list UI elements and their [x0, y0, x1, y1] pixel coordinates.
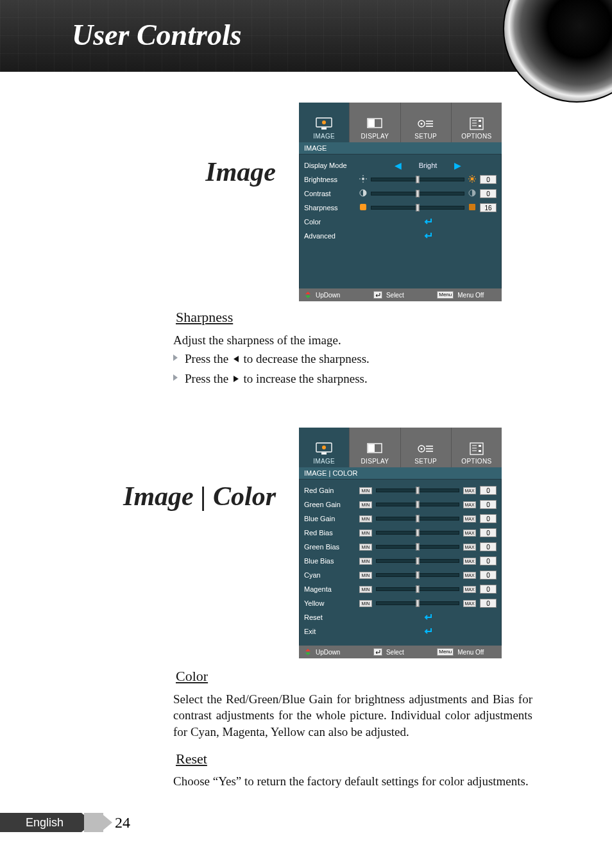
- osd-row-reset[interactable]: Reset: [304, 610, 497, 624]
- osd-footer-menuoff: Menu Off: [457, 292, 484, 299]
- svg-rect-4: [368, 119, 375, 127]
- osd-tab-label: OPTIONS: [461, 458, 491, 465]
- osd-tab-image[interactable]: IMAGE: [299, 103, 349, 142]
- max-label: MAX: [463, 544, 476, 551]
- setup-icon: [417, 117, 435, 131]
- arrow-right-icon[interactable]: ▶: [454, 160, 461, 171]
- svg-point-21: [471, 178, 474, 181]
- osd-breadcrumb: IMAGE: [299, 142, 502, 154]
- osd-tab-setup[interactable]: SETUP: [400, 103, 451, 142]
- osd-row-color-adjust[interactable]: YellowMINMAX0: [304, 596, 497, 610]
- osd-item-label: Display Mode: [304, 162, 355, 169]
- reset-desc: Choose “Yes” to return the factory defau…: [173, 773, 532, 790]
- slider[interactable]: [371, 190, 464, 197]
- osd-item-value: 0: [480, 585, 497, 594]
- osd-footer-updown: UpDown: [316, 649, 340, 656]
- osd-item-label: Exit: [304, 628, 355, 635]
- svg-point-1: [322, 121, 326, 124]
- osd-item-value: 0: [480, 528, 497, 537]
- svg-line-28: [474, 176, 475, 178]
- min-label: MIN: [359, 501, 372, 508]
- slider[interactable]: [376, 501, 459, 508]
- arrow-left-icon[interactable]: ◀: [395, 160, 402, 171]
- max-label: MAX: [463, 530, 476, 537]
- osd-item-label: Yellow: [304, 599, 355, 607]
- osd-tab-setup[interactable]: SETUP: [400, 428, 451, 467]
- max-label: MAX: [463, 515, 476, 522]
- max-label: MAX: [463, 572, 476, 579]
- contrast-max-icon: [468, 189, 476, 198]
- slider[interactable]: [376, 558, 459, 564]
- osd-footer-select: Select: [386, 292, 404, 299]
- svg-rect-45: [470, 443, 483, 455]
- osd-tab-label: SETUP: [414, 458, 437, 465]
- osd-tab-label: IMAGE: [313, 458, 335, 465]
- osd-row-brightness[interactable]: Brightness 0: [304, 172, 497, 187]
- osd-item-label: Blue Bias: [304, 557, 355, 565]
- slider[interactable]: [376, 487, 459, 494]
- osd-tab-display[interactable]: DISPLAY: [349, 103, 400, 142]
- svg-point-36: [322, 446, 326, 449]
- osd-tab-options[interactable]: OPTIONS: [451, 103, 502, 142]
- osd-item-label: Green Gain: [304, 501, 355, 508]
- max-label: MAX: [463, 600, 476, 607]
- svg-rect-49: [479, 445, 481, 447]
- osd-row-color-adjust[interactable]: Blue BiasMINMAX0: [304, 554, 497, 568]
- osd-tab-image[interactable]: IMAGE: [299, 428, 349, 467]
- osd-row-color-adjust[interactable]: MagentaMINMAX0: [304, 582, 497, 596]
- osd-row-display-mode[interactable]: Display Mode ◀ Bright ▶: [304, 158, 497, 172]
- osd-menu-image: IMAGE DISPLAY SETUP OPTIONS IMAGE Displa…: [299, 103, 502, 301]
- osd-row-color-adjust[interactable]: Blue GainMINMAX0: [304, 512, 497, 526]
- min-label: MIN: [359, 586, 372, 593]
- osd-row-color-adjust[interactable]: CyanMINMAX0: [304, 568, 497, 582]
- osd-row-sharpness[interactable]: Sharpness 16: [304, 201, 497, 215]
- osd-row-color-adjust[interactable]: Green BiasMINMAX0: [304, 540, 497, 554]
- osd-tab-display[interactable]: DISPLAY: [349, 428, 400, 467]
- color-section: Color Select the Red/Green/Blue Gain for…: [173, 663, 532, 790]
- svg-rect-37: [321, 453, 327, 455]
- image-icon: [315, 117, 333, 131]
- osd-row-color[interactable]: Color: [304, 215, 497, 229]
- osd-tab-options[interactable]: OPTIONS: [451, 428, 502, 467]
- osd-row-contrast[interactable]: Contrast 0: [304, 187, 497, 201]
- osd-footer: UpDown Select Menu Menu Off: [299, 288, 502, 301]
- osd-item-label: Contrast: [304, 190, 355, 197]
- slider[interactable]: [376, 572, 459, 578]
- svg-point-6: [420, 123, 422, 125]
- brightness-min-icon: [359, 175, 367, 184]
- osd-item-label: Color: [304, 218, 355, 226]
- sharpness-desc: Adjust the sharpness of the image.: [173, 332, 532, 349]
- min-label: MIN: [359, 600, 372, 607]
- osd-item-value: 0: [480, 175, 497, 184]
- enter-key-icon: [373, 648, 382, 656]
- slider[interactable]: [376, 530, 459, 536]
- slider[interactable]: [371, 204, 464, 211]
- slider[interactable]: [376, 544, 459, 550]
- min-label: MIN: [359, 558, 372, 565]
- options-icon: [468, 442, 486, 456]
- slider[interactable]: [376, 600, 459, 606]
- svg-point-16: [362, 178, 364, 180]
- osd-row-advanced[interactable]: Advanced: [304, 229, 497, 243]
- osd-row-color-adjust[interactable]: Red BiasMINMAX0: [304, 526, 497, 540]
- slider[interactable]: [376, 515, 459, 522]
- osd-tab-label: OPTIONS: [461, 133, 491, 140]
- osd-item-label: Brightness: [304, 176, 355, 183]
- svg-line-27: [474, 181, 475, 182]
- osd-footer: UpDown Select Menu Menu Off: [299, 646, 502, 658]
- slider[interactable]: [371, 176, 464, 183]
- contrast-min-icon: [359, 189, 367, 198]
- osd-item-value: 0: [480, 486, 497, 495]
- osd-tab-label: DISPLAY: [361, 133, 389, 140]
- svg-rect-39: [368, 444, 375, 452]
- osd-row-color-adjust[interactable]: Green GainMINMAX0: [304, 497, 497, 512]
- min-label: MIN: [359, 530, 372, 537]
- options-icon: [468, 117, 486, 131]
- osd-row-color-adjust[interactable]: Red GainMINMAX0: [304, 483, 497, 497]
- osd-item-value: 0: [480, 500, 497, 509]
- svg-rect-14: [479, 120, 481, 122]
- osd-row-exit[interactable]: Exit: [304, 624, 497, 638]
- svg-rect-15: [479, 125, 481, 127]
- osd-tab-label: IMAGE: [313, 133, 335, 140]
- slider[interactable]: [376, 586, 459, 592]
